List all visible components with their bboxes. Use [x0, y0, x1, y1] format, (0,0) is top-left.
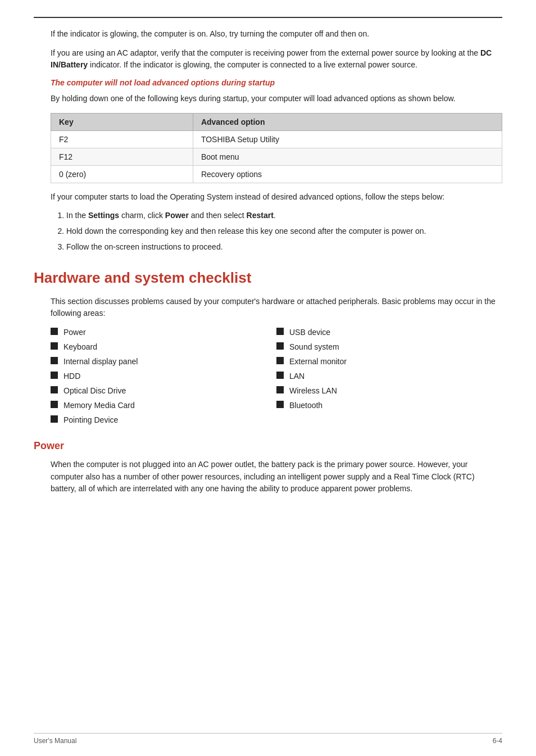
bullet-square [51, 342, 58, 350]
bullet-square [276, 328, 284, 335]
bullet-label: Sound system [289, 341, 339, 353]
bullet-square [51, 401, 58, 408]
hardware-intro: This section discusses problems caused b… [51, 296, 502, 320]
table-cell-key: F2 [51, 130, 193, 148]
table-cell-value: Boot menu [193, 148, 502, 165]
bullet-item: Memory Media Card [51, 400, 276, 411]
bullet-label: Power [63, 327, 86, 338]
bullet-col-right: USB deviceSound systemExternal monitorLA… [276, 327, 502, 429]
power-text: When the computer is not plugged into an… [51, 459, 502, 495]
bullet-square [51, 372, 58, 379]
bullet-item: Bluetooth [276, 400, 502, 411]
bullet-square [51, 415, 58, 423]
bullet-item: Power [51, 327, 276, 338]
bullet-square [276, 372, 284, 379]
step-3: Follow the on-screen instructions to pro… [66, 241, 502, 253]
p2-text-pre: If you are using an AC adaptor, verify t… [51, 48, 480, 57]
power-section-heading: Power [34, 440, 502, 452]
top-border [34, 17, 502, 18]
bullet-columns: PowerKeyboardInternal display panelHDDOp… [51, 327, 502, 429]
bullet-square [276, 386, 284, 393]
footer-left: User's Manual [34, 737, 76, 745]
bullet-label: Pointing Device [63, 414, 118, 426]
bullet-label: Wireless LAN [289, 385, 337, 397]
bullet-square [276, 342, 284, 350]
subsection-heading: The computer will not load advanced opti… [51, 78, 502, 87]
bullet-item: Pointing Device [51, 414, 276, 426]
bullet-item: Keyboard [51, 341, 276, 353]
paragraph-1: If the indicator is glowing, the compute… [51, 28, 502, 40]
table-cell-value: TOSHIBA Setup Utility [193, 130, 502, 148]
step-1: In the Settings charm, click Power and t… [66, 210, 502, 222]
step1-bold1: Settings [88, 211, 119, 220]
bullet-label: USB device [289, 327, 330, 338]
col-header-key: Key [51, 113, 193, 130]
bullet-label: Memory Media Card [63, 400, 135, 411]
paragraph-4: If your computer starts to load the Oper… [51, 191, 502, 203]
bullet-item: Wireless LAN [276, 385, 502, 397]
bullet-label: Optical Disc Drive [63, 385, 126, 397]
bullet-item: Internal display panel [51, 356, 276, 368]
bullet-square [51, 357, 58, 364]
hardware-section-heading: Hardware and system checklist [34, 269, 502, 287]
step1-bold3: Restart [247, 211, 274, 220]
bullet-label: Internal display panel [63, 356, 138, 368]
bullet-label: Keyboard [63, 341, 97, 353]
bullet-label: External monitor [289, 356, 347, 368]
step-2: Hold down the corresponding key and then… [66, 225, 502, 238]
bullet-item: LAN [276, 370, 502, 382]
bullet-square [276, 357, 284, 364]
bullet-square [276, 401, 284, 408]
table-cell-key: F12 [51, 148, 193, 165]
paragraph-3: By holding down one of the following key… [51, 93, 502, 105]
bullet-square [51, 328, 58, 335]
table-cell-value: Recovery options [193, 165, 502, 183]
p2-text-post: indicator. If the indicator is glowing, … [88, 60, 417, 69]
bullet-square [51, 386, 58, 393]
bullet-item: Sound system [276, 341, 502, 353]
bullet-item: USB device [276, 327, 502, 338]
page-footer: User's Manual 6-4 [34, 733, 502, 745]
paragraph-2: If you are using an AC adaptor, verify t… [51, 47, 502, 71]
table-cell-key: 0 (zero) [51, 165, 193, 183]
page: If the indicator is glowing, the compute… [0, 0, 536, 756]
bullet-label: HDD [63, 370, 80, 382]
col-header-advanced: Advanced option [193, 113, 502, 130]
step1-bold2: Power [165, 211, 189, 220]
bullet-item: HDD [51, 370, 276, 382]
bullet-item: External monitor [276, 356, 502, 368]
footer-right: 6-4 [493, 737, 502, 745]
steps-list: In the Settings charm, click Power and t… [66, 210, 502, 253]
bullet-item: Optical Disc Drive [51, 385, 276, 397]
bullet-col-left: PowerKeyboardInternal display panelHDDOp… [51, 327, 276, 429]
advanced-options-table: Key Advanced option F2TOSHIBA Setup Util… [51, 113, 502, 183]
bullet-label: LAN [289, 370, 305, 382]
bullet-label: Bluetooth [289, 400, 322, 411]
